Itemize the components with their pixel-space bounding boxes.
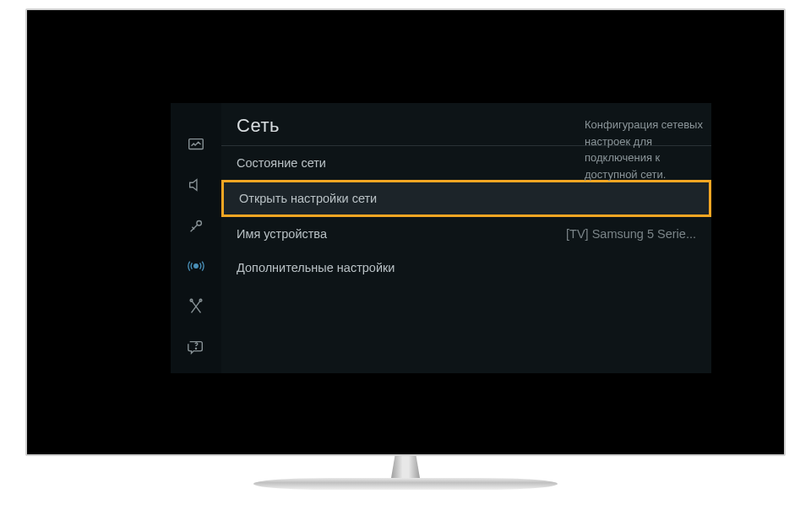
- menu-item-open-network-settings[interactable]: Открыть настройки сети: [221, 180, 711, 217]
- menu-item-device-name[interactable]: Имя устройства [TV] Samsung 5 Serie...: [221, 217, 711, 251]
- tv-stand: [253, 456, 558, 498]
- menu-item-value: [TV] Samsung 5 Serie...: [525, 227, 696, 241]
- tv-frame: Сеть Состояние сети Открыть настройки се…: [25, 8, 786, 456]
- svg-point-3: [190, 299, 193, 301]
- svg-point-4: [199, 299, 202, 301]
- menu-item-label: Дополнительные настройки: [237, 261, 395, 274]
- menu-item-label: Открыть настройки сети: [239, 192, 377, 205]
- network-icon[interactable]: [183, 253, 209, 279]
- svg-point-5: [195, 348, 196, 349]
- menu-item-label: Имя устройства: [237, 227, 327, 241]
- support-icon[interactable]: [183, 334, 209, 360]
- broadcast-icon[interactable]: [183, 213, 209, 238]
- menu-item-label: Состояние сети: [237, 156, 326, 170]
- svg-point-2: [194, 264, 199, 269]
- tv-screen: Сеть Состояние сети Открыть настройки се…: [39, 22, 772, 442]
- sound-icon[interactable]: [183, 172, 209, 198]
- tools-icon[interactable]: [183, 294, 209, 319]
- menu-item-advanced-settings[interactable]: Дополнительные настройки: [221, 251, 711, 285]
- tv-stand-base: [253, 478, 558, 490]
- panel-description: Конфигурация сетевых настроек для подклю…: [580, 117, 715, 182]
- picture-icon[interactable]: [183, 132, 209, 157]
- settings-sidebar: [171, 103, 221, 373]
